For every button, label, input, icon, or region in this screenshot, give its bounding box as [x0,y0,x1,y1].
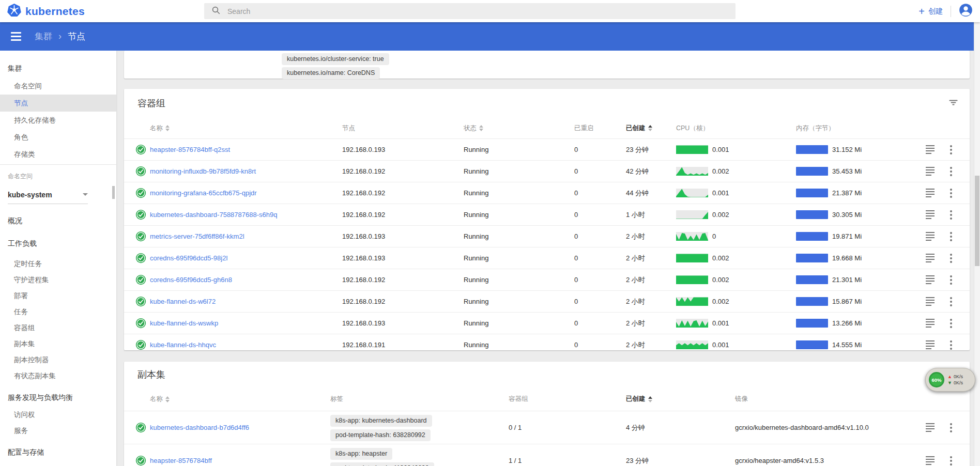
pod-created: 2 小时 [626,269,645,290]
pod-name-link[interactable]: kube-flannel-ds-hhqvc [150,334,216,355]
sidebar-item-services[interactable]: 服务 [0,423,116,439]
pod-actions-menu[interactable] [947,334,955,355]
pod-name-link[interactable]: metrics-server-75df6ff86f-kkm2l [150,226,244,247]
filter-icon[interactable] [948,98,958,110]
replicaset-name-link[interactable]: kubernetes-dashboard-b7d6d4ff6 [150,411,249,444]
cpu-sparkline-chart [676,189,708,197]
memory-value: 31.152 Mi [832,146,862,153]
replicaset-image: gcrxio/kubernetes-dashboard-amd64:v1.10.… [735,411,869,444]
pod-logs-button[interactable] [926,291,935,312]
pod-logs-button[interactable] [926,161,935,182]
pod-actions-menu[interactable] [947,161,955,182]
pod-name-link[interactable]: monitoring-grafana-65ccfb675-qpjdr [150,182,257,204]
column-header-created[interactable]: 已创建 [626,118,652,138]
sidebar-item-jobs[interactable]: 任务 [0,304,116,320]
pod-logs-button[interactable] [926,247,935,269]
replicaset-name-link[interactable]: heapster-8576784bff [150,444,212,466]
sidebar-item-stateful-sets[interactable]: 有状态副本集 [0,368,116,384]
labels-card: kubernetes.io/cluster-service: true kube… [124,51,970,79]
pod-name-link[interactable]: heapster-8576784bff-q2sst [150,139,230,160]
replicaset-actions-menu[interactable] [947,411,955,444]
sidebar-item-persistent-volumes[interactable]: 持久化存储卷 [0,112,116,129]
pod-logs-button[interactable] [926,334,935,355]
page-scrollbar-thumb[interactable] [975,176,979,266]
pod-name-link[interactable]: coredns-695f96dcd5-gh6n8 [150,269,232,290]
pod-actions-menu[interactable] [947,226,955,247]
logs-icon [926,340,935,349]
pod-name-link[interactable]: kubernetes-dashboard-7588787688-s6h9q [150,204,277,225]
pod-actions-menu[interactable] [947,139,955,160]
sidebar-item-replica-sets[interactable]: 副本集 [0,336,116,352]
pod-actions-menu[interactable] [947,269,955,290]
pod-status: Running [464,291,488,312]
pod-name-link[interactable]: kube-flannel-ds-wswkp [150,313,218,334]
column-header-name[interactable]: 名称 [150,387,170,411]
memory-bar-chart [796,254,828,262]
column-header-name[interactable]: 名称 [150,118,170,138]
replicaset-logs-button[interactable] [926,444,935,466]
cpu-value: 0.001 [712,319,729,327]
sidebar-section-discovery[interactable]: 服务发现与负载均衡 [0,388,116,407]
pod-actions-menu[interactable] [947,182,955,204]
search-input[interactable]: Search [204,3,736,19]
column-header-created[interactable]: 已创建 [626,387,652,411]
logs-icon [926,319,935,328]
pod-logs-button[interactable] [926,313,935,334]
pod-created: 44 分钟 [626,182,649,204]
pod-node: 192.168.0.193 [342,247,385,269]
brand[interactable]: kubernetes [7,0,85,22]
sidebar-item-overview[interactable]: 概况 [0,211,116,230]
sidebar-item-roles[interactable]: 角色 [0,129,116,146]
pod-row: monitoring-influxdb-9b78f5fd9-kn8rt 192.… [124,160,970,182]
search-icon [211,6,221,17]
pod-node: 192.168.0.192 [342,161,385,182]
sidebar-section-config-storage[interactable]: 配置与存储 [0,443,116,461]
sidebar-item-namespaces[interactable]: 命名空间 [0,77,116,95]
sidebar-section-cluster[interactable]: 集群 [0,59,116,77]
pod-logs-button[interactable] [926,182,935,204]
cpu-sparkline-chart [676,145,708,154]
menu-icon[interactable] [11,32,21,41]
sidebar-section-workloads[interactable]: 工作负载 [0,234,116,253]
cpu-sparkline-chart [676,340,708,349]
pod-actions-menu[interactable] [947,204,955,225]
pod-node: 192.168.0.193 [342,226,385,247]
user-avatar-icon[interactable] [959,3,973,19]
net-speed-widget[interactable]: 60% ▲0K/s ▼0K/s [925,368,975,392]
status-ok-icon [135,411,146,444]
replicaset-actions-menu[interactable] [947,444,955,466]
memory-bar-chart [796,189,828,197]
pod-node: 192.168.0.191 [342,334,385,355]
pod-cpu: 0.001 [676,182,729,204]
sidebar-item-ingresses[interactable]: 访问权 [0,407,116,423]
pod-logs-button[interactable] [926,226,935,247]
pod-name-link[interactable]: coredns-695f96dcd5-98j2l [150,247,227,269]
sidebar-item-daemon-sets[interactable]: 守护进程集 [0,272,116,288]
pod-memory: 31.152 Mi [796,139,862,160]
sidebar-item-storage-classes[interactable]: 存储类 [0,146,116,163]
sidebar-item-nodes[interactable]: 节点 [0,95,116,112]
status-ok-icon [135,139,146,160]
pod-actions-menu[interactable] [947,313,955,334]
sidebar-item-pods[interactable]: 容器组 [0,320,116,336]
pod-logs-button[interactable] [926,204,935,225]
replicasets-table-body: kubernetes-dashboard-b7d6d4ff6 k8s-app: … [124,411,970,466]
pod-actions-menu[interactable] [947,247,955,269]
sidebar-item-deployments[interactable]: 部署 [0,288,116,304]
pod-name-link[interactable]: monitoring-influxdb-9b78f5fd9-kn8rt [150,161,256,182]
sidebar-item-cron-jobs[interactable]: 定时任务 [0,256,116,272]
pod-logs-button[interactable] [926,139,935,160]
column-header-status[interactable]: 状态 [464,118,483,138]
page-scrollbar[interactable] [974,22,980,466]
pod-actions-menu[interactable] [947,291,955,312]
pod-created: 2 小时 [626,247,645,269]
sidebar-scrollbar-thumb[interactable] [112,186,115,199]
sidebar-item-replication-controllers[interactable]: 副本控制器 [0,352,116,368]
namespace-select[interactable]: kube-system [8,185,88,204]
create-button[interactable]: + 创建 [918,6,943,17]
replicaset-logs-button[interactable] [926,411,935,444]
pod-name-link[interactable]: kube-flannel-ds-w6l72 [150,291,216,312]
pod-logs-button[interactable] [926,269,935,290]
breadcrumb-cluster[interactable]: 集群 [35,30,52,42]
memory-bar-chart [796,210,828,219]
